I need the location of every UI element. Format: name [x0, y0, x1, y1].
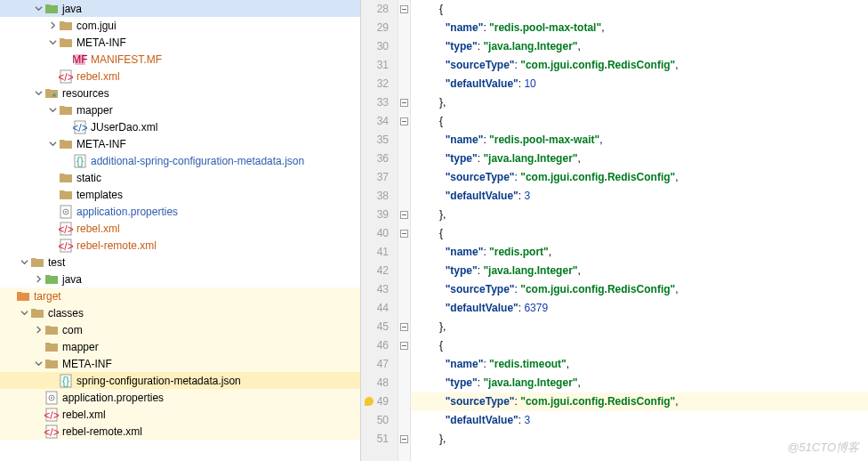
- code-line[interactable]: "defaultValue": 3: [411, 187, 868, 206]
- code-line[interactable]: "name": "redis.pool-max-total",: [411, 19, 868, 37]
- tree-item[interactable]: META-INF: [0, 135, 360, 152]
- project-tree[interactable]: javacom.jguiMETA-INFMFMANIFEST.MF</>rebe…: [0, 0, 360, 461]
- code-line[interactable]: "name": "redis.port",: [411, 243, 868, 262]
- expand-arrow-icon[interactable]: [46, 38, 59, 46]
- tree-item[interactable]: target: [0, 287, 360, 304]
- tree-item[interactable]: </>JUserDao.xml: [0, 118, 360, 135]
- tree-item[interactable]: </>rebel.xml: [0, 220, 360, 237]
- line-number: 37: [361, 168, 398, 187]
- tree-item[interactable]: </>rebel.xml: [0, 406, 360, 423]
- code-line[interactable]: "sourceType": "com.jgui.config.RedisConf…: [411, 280, 868, 299]
- xml-icon: </>: [44, 425, 59, 439]
- code-line[interactable]: "name": "redis.pool-max-wait",: [411, 131, 868, 150]
- fold-mark[interactable]: [398, 0, 410, 19]
- tree-item[interactable]: </>rebel.xml: [0, 68, 360, 85]
- code-line[interactable]: },: [411, 318, 868, 336]
- code-line[interactable]: "sourceType": "com.jgui.config.RedisConf…: [411, 392, 868, 411]
- fold-mark[interactable]: [398, 168, 410, 187]
- code-line[interactable]: },: [411, 206, 868, 224]
- fold-mark[interactable]: [398, 262, 410, 280]
- fold-mark[interactable]: [398, 280, 410, 299]
- fold-mark[interactable]: [398, 112, 410, 131]
- expand-arrow-icon[interactable]: [46, 140, 59, 148]
- fold-mark[interactable]: [398, 430, 410, 449]
- code-line[interactable]: {: [411, 112, 868, 131]
- tree-item[interactable]: mapper: [0, 101, 360, 118]
- code-line[interactable]: "defaultValue": 3: [411, 411, 868, 430]
- expand-arrow-icon[interactable]: [46, 21, 59, 29]
- fold-mark[interactable]: [398, 243, 410, 262]
- tree-item[interactable]: {}additional-spring-configuration-metada…: [0, 152, 360, 169]
- fold-mark[interactable]: [398, 37, 410, 56]
- fold-mark[interactable]: [398, 206, 410, 224]
- tree-item[interactable]: classes: [0, 304, 360, 321]
- tree-item[interactable]: {}spring-configuration-metadata.json: [0, 372, 360, 389]
- expand-arrow-icon[interactable]: [46, 106, 59, 114]
- code-line[interactable]: {: [411, 336, 868, 355]
- props-icon: [44, 391, 59, 405]
- code-line[interactable]: "type": "java.lang.Integer",: [411, 37, 868, 56]
- fold-mark[interactable]: [398, 299, 410, 318]
- expand-arrow-icon[interactable]: [18, 258, 30, 266]
- fold-mark[interactable]: [398, 19, 410, 37]
- code-area[interactable]: { "name": "redis.pool-max-total", "type"…: [411, 0, 868, 461]
- fold-mark[interactable]: [398, 131, 410, 150]
- fold-mark[interactable]: [398, 392, 410, 411]
- expand-arrow-icon[interactable]: [32, 326, 44, 334]
- code-line[interactable]: "type": "java.lang.Integer",: [411, 262, 868, 280]
- line-number: 29: [361, 19, 398, 37]
- tree-item-label: rebel.xml: [62, 408, 106, 421]
- folder-icon: [59, 103, 73, 117]
- fold-bar[interactable]: [398, 0, 411, 461]
- tree-item[interactable]: MFMANIFEST.MF: [0, 51, 360, 68]
- fold-mark[interactable]: [398, 75, 410, 93]
- tree-item[interactable]: test: [0, 254, 360, 271]
- expand-arrow-icon[interactable]: [32, 89, 44, 97]
- fold-mark[interactable]: [398, 318, 410, 336]
- code-line[interactable]: "name": "redis.timeout",: [411, 355, 868, 374]
- code-line[interactable]: "defaultValue": 10: [411, 75, 868, 93]
- line-number: 41: [361, 243, 398, 262]
- expand-arrow-icon[interactable]: [32, 275, 44, 283]
- code-line[interactable]: "type": "java.lang.Integer",: [411, 374, 868, 392]
- code-line[interactable]: {: [411, 0, 868, 19]
- fold-mark[interactable]: [398, 93, 410, 112]
- fold-mark[interactable]: [398, 411, 410, 430]
- expand-arrow-icon[interactable]: [32, 4, 44, 12]
- tree-item[interactable]: com: [0, 321, 360, 338]
- tree-item[interactable]: mapper: [0, 338, 360, 355]
- fold-mark[interactable]: [398, 336, 410, 355]
- tree-item[interactable]: java: [0, 271, 360, 287]
- fold-mark[interactable]: [398, 150, 410, 168]
- code-line[interactable]: "defaultValue": 6379: [411, 299, 868, 318]
- fold-mark[interactable]: [398, 355, 410, 374]
- code-line[interactable]: "sourceType": "com.jgui.config.RedisConf…: [411, 168, 868, 187]
- tree-item[interactable]: </>rebel-remote.xml: [0, 237, 360, 254]
- tree-item[interactable]: templates: [0, 186, 360, 203]
- code-line[interactable]: "sourceType": "com.jgui.config.RedisConf…: [411, 56, 868, 75]
- expand-arrow-icon[interactable]: [18, 309, 30, 317]
- mf-icon: MF: [73, 53, 87, 67]
- xml-icon: </>: [59, 239, 73, 253]
- tree-item[interactable]: resources: [0, 85, 360, 101]
- line-number: 35: [361, 131, 398, 150]
- code-line[interactable]: },: [411, 93, 868, 112]
- expand-arrow-icon[interactable]: [32, 360, 44, 368]
- tree-item-label: JUserDao.xml: [91, 121, 157, 133]
- folder-icon: [59, 171, 73, 185]
- tree-item[interactable]: META-INF: [0, 34, 360, 51]
- tree-item[interactable]: application.properties: [0, 203, 360, 220]
- fold-mark[interactable]: [398, 56, 410, 75]
- code-line[interactable]: "type": "java.lang.Integer",: [411, 150, 868, 168]
- tree-item[interactable]: com.jgui: [0, 17, 360, 34]
- fold-mark[interactable]: [398, 374, 410, 392]
- tree-item[interactable]: java: [0, 0, 360, 17]
- code-line[interactable]: {: [411, 224, 868, 243]
- tree-item[interactable]: application.properties: [0, 389, 360, 406]
- line-number: 38: [361, 187, 398, 206]
- tree-item[interactable]: META-INF: [0, 355, 360, 372]
- tree-item[interactable]: static: [0, 169, 360, 186]
- fold-mark[interactable]: [398, 187, 410, 206]
- fold-mark[interactable]: [398, 224, 410, 243]
- tree-item[interactable]: </>rebel-remote.xml: [0, 423, 360, 440]
